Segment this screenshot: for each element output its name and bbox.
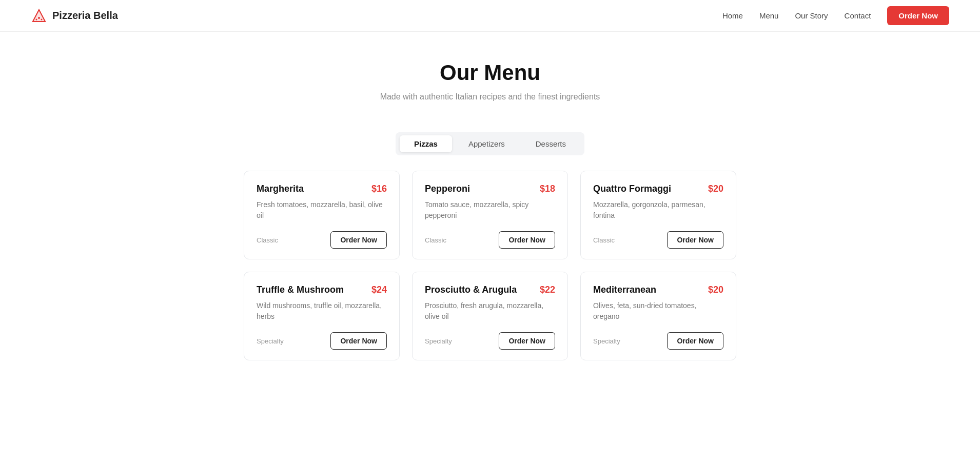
nav-link-our-story[interactable]: Our Story xyxy=(795,11,828,20)
hero-section: Our Menu Made with authentic Italian rec… xyxy=(0,32,980,117)
nav-order-now-button[interactable]: Order Now xyxy=(887,6,949,25)
nav-links: Home Menu Our Story Contact Order Now xyxy=(722,6,949,25)
card-footer-quattro: Classic Order Now xyxy=(593,231,723,249)
order-button-mediterranean[interactable]: Order Now xyxy=(667,332,723,350)
item-name-margherita: Margherita xyxy=(257,184,304,194)
item-desc-prosciutto: Prosciutto, fresh arugula, mozzarella, o… xyxy=(425,300,555,322)
menu-card-mediterranean: Mediterranean $20 Olives, feta, sun-drie… xyxy=(580,272,736,360)
order-button-margherita[interactable]: Order Now xyxy=(330,231,387,249)
tab-desserts[interactable]: Desserts xyxy=(521,135,580,152)
order-button-quattro[interactable]: Order Now xyxy=(667,231,723,249)
item-desc-truffle: Wild mushrooms, truffle oil, mozzarella,… xyxy=(257,300,387,322)
item-price-truffle: $24 xyxy=(371,285,387,295)
card-footer-prosciutto: Specialty Order Now xyxy=(425,332,555,350)
item-tag-truffle: Specialty xyxy=(257,337,284,345)
brand-name: Pizzeria Bella xyxy=(52,10,118,22)
menu-grid: Margherita $16 Fresh tomatoes, mozzarell… xyxy=(233,171,747,360)
tab-appetizers[interactable]: Appetizers xyxy=(454,135,519,152)
svg-point-5 xyxy=(36,18,37,20)
pizza-icon xyxy=(31,8,47,24)
svg-point-4 xyxy=(38,17,40,19)
item-tag-mediterranean: Specialty xyxy=(593,337,620,345)
item-tag-margherita: Classic xyxy=(257,236,278,244)
item-price-mediterranean: $20 xyxy=(708,285,723,295)
item-desc-quattro: Mozzarella, gorgonzola, parmesan, fontin… xyxy=(593,199,723,221)
menu-card-quattro: Quattro Formaggi $20 Mozzarella, gorgonz… xyxy=(580,171,736,259)
card-footer-truffle: Specialty Order Now xyxy=(257,332,387,350)
card-header-quattro: Quattro Formaggi $20 xyxy=(593,184,723,194)
nav-link-home[interactable]: Home xyxy=(722,11,743,20)
item-price-quattro: $20 xyxy=(708,184,723,194)
menu-title: Our Menu xyxy=(10,60,970,85)
navbar: Pizzeria Bella Home Menu Our Story Conta… xyxy=(0,0,980,32)
order-button-prosciutto[interactable]: Order Now xyxy=(499,332,555,350)
item-name-pepperoni: Pepperoni xyxy=(425,184,470,194)
item-price-margherita: $16 xyxy=(371,184,387,194)
card-header-mediterranean: Mediterranean $20 xyxy=(593,285,723,295)
order-button-pepperoni[interactable]: Order Now xyxy=(499,231,555,249)
item-price-pepperoni: $18 xyxy=(540,184,555,194)
item-desc-pepperoni: Tomato sauce, mozzarella, spicy pepperon… xyxy=(425,199,555,221)
item-price-prosciutto: $22 xyxy=(540,285,555,295)
item-tag-pepperoni: Classic xyxy=(425,236,446,244)
item-name-prosciutto: Prosciutto & Arugula xyxy=(425,285,517,295)
card-header-prosciutto: Prosciutto & Arugula $22 xyxy=(425,285,555,295)
svg-point-6 xyxy=(41,18,43,20)
menu-card-pepperoni: Pepperoni $18 Tomato sauce, mozzarella, … xyxy=(412,171,568,259)
menu-card-truffle: Truffle & Mushroom $24 Wild mushrooms, t… xyxy=(244,272,400,360)
tabs-container: Pizzas Appetizers Desserts xyxy=(0,117,980,155)
card-header-truffle: Truffle & Mushroom $24 xyxy=(257,285,387,295)
card-footer-margherita: Classic Order Now xyxy=(257,231,387,249)
card-footer-pepperoni: Classic Order Now xyxy=(425,231,555,249)
card-header-margherita: Margherita $16 xyxy=(257,184,387,194)
item-name-mediterranean: Mediterranean xyxy=(593,285,656,295)
card-footer-mediterranean: Specialty Order Now xyxy=(593,332,723,350)
item-name-truffle: Truffle & Mushroom xyxy=(257,285,344,295)
item-name-quattro: Quattro Formaggi xyxy=(593,184,671,194)
menu-card-margherita: Margherita $16 Fresh tomatoes, mozzarell… xyxy=(244,171,400,259)
card-header-pepperoni: Pepperoni $18 xyxy=(425,184,555,194)
menu-subtitle: Made with authentic Italian recipes and … xyxy=(10,92,970,101)
brand-logo[interactable]: Pizzeria Bella xyxy=(31,8,118,24)
item-desc-margherita: Fresh tomatoes, mozzarella, basil, olive… xyxy=(257,199,387,221)
tab-pizzas[interactable]: Pizzas xyxy=(400,135,452,152)
item-tag-quattro: Classic xyxy=(593,236,615,244)
nav-link-menu[interactable]: Menu xyxy=(759,11,779,20)
menu-card-prosciutto: Prosciutto & Arugula $22 Prosciutto, fre… xyxy=(412,272,568,360)
nav-link-contact[interactable]: Contact xyxy=(845,11,871,20)
order-button-truffle[interactable]: Order Now xyxy=(330,332,387,350)
item-desc-mediterranean: Olives, feta, sun-dried tomatoes, oregan… xyxy=(593,300,723,322)
item-tag-prosciutto: Specialty xyxy=(425,337,452,345)
menu-tabs: Pizzas Appetizers Desserts xyxy=(396,132,584,155)
